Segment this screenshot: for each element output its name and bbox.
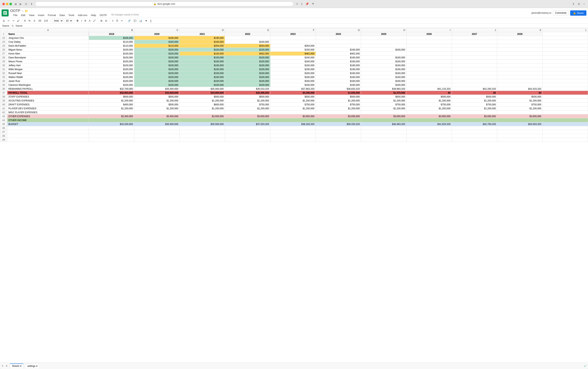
cell-value[interactable]: $35,500,000: [180, 122, 225, 126]
sidebar-toggle[interactable]: ⊟: [24, 2, 28, 6]
cell-value[interactable]: [270, 138, 315, 142]
cell-value[interactable]: [89, 138, 134, 142]
cell-value[interactable]: $1,470,000: [361, 91, 406, 95]
refresh-button[interactable]: ↺: [295, 2, 299, 6]
cell-value[interactable]: $160,000: [316, 56, 361, 60]
cell-value[interactable]: $3,650,000: [225, 114, 270, 118]
cell-value[interactable]: [316, 118, 361, 122]
downloads-button[interactable]: ⬇: [30, 2, 33, 6]
cell-value[interactable]: [316, 130, 361, 134]
cell-value[interactable]: $160,000: [270, 63, 315, 67]
cell-value[interactable]: $37,683,333: [270, 87, 315, 91]
cell-value[interactable]: $1,200,000: [134, 107, 179, 110]
cell-empty[interactable]: [543, 40, 588, 44]
cell-value[interactable]: $500,000: [134, 95, 179, 99]
font-selector[interactable]: Arial: [52, 19, 63, 23]
col-header-D[interactable]: D: [180, 28, 225, 32]
cell-value[interactable]: $1,200,000: [316, 99, 361, 103]
share-browser-button[interactable]: ⬆: [572, 2, 576, 6]
cell-name[interactable]: [7, 138, 89, 142]
menu-format[interactable]: Format: [46, 13, 57, 17]
cell-value[interactable]: $32,700,000: [89, 87, 134, 91]
cell-value[interactable]: [452, 134, 497, 138]
info-button[interactable]: ℹ: [301, 2, 303, 6]
cell-value[interactable]: [452, 75, 497, 79]
cell-value[interactable]: $462,000: [270, 52, 315, 56]
flag-button[interactable]: ⚑: [311, 2, 315, 6]
cell-value[interactable]: $110,000: [134, 44, 179, 48]
cell-value[interactable]: $190,000: [361, 67, 406, 71]
cell-name[interactable]: Miguel Abreu: [7, 48, 89, 52]
cell-value[interactable]: [270, 40, 315, 44]
cell-value[interactable]: $100,000: [134, 75, 179, 79]
cell-value[interactable]: [316, 36, 361, 40]
cell-value[interactable]: [270, 130, 315, 134]
menu-addons[interactable]: Add-ons: [76, 13, 89, 17]
insert-link-button[interactable]: 🔗: [127, 19, 132, 23]
cell-value[interactable]: $3,650,000: [316, 114, 361, 118]
cell-value[interactable]: [316, 44, 361, 48]
increase-decimal-button[interactable]: .00: [37, 19, 42, 23]
cell-value[interactable]: $100,000: [225, 48, 270, 52]
cell-value[interactable]: $100,000: [225, 83, 270, 87]
maximize-button[interactable]: [10, 3, 12, 5]
cell-value[interactable]: [452, 63, 497, 67]
cell-value[interactable]: $100,000: [134, 79, 179, 83]
cell-empty[interactable]: [543, 95, 588, 99]
cell-value[interactable]: $33,200,000: [89, 122, 134, 126]
cell-empty[interactable]: [543, 130, 588, 134]
cell-value[interactable]: $1,932,000: [316, 91, 361, 95]
cell-value[interactable]: $100,000: [89, 60, 134, 63]
col-header-J[interactable]: J: [452, 28, 497, 32]
cell-value[interactable]: $1,200,000: [361, 107, 406, 110]
cell-value[interactable]: $100,000: [225, 71, 270, 75]
cell-value[interactable]: [134, 134, 179, 138]
cell-value[interactable]: [452, 126, 497, 130]
cell-value[interactable]: $160,000: [270, 75, 315, 79]
borders-button[interactable]: ⊞: [99, 19, 103, 23]
back-button[interactable]: ◀: [13, 2, 17, 6]
cell-empty[interactable]: [543, 114, 588, 118]
cell-value[interactable]: $750,000: [452, 103, 497, 107]
cell-value[interactable]: [497, 134, 543, 138]
redo-button[interactable]: ↪: [11, 19, 15, 23]
print-button[interactable]: 🖨: [1, 19, 6, 23]
cell-empty[interactable]: [543, 48, 588, 52]
cell-value[interactable]: [406, 138, 452, 142]
cell-value[interactable]: $110,000: [89, 40, 134, 44]
cell-value[interactable]: [406, 75, 452, 79]
cell-value[interactable]: [361, 110, 406, 114]
cell-name[interactable]: PLAYER DEV EXPENSES: [7, 107, 89, 110]
address-bar[interactable]: 🔒 docs.google.com: [35, 1, 294, 6]
col-header-I[interactable]: I: [406, 28, 452, 32]
cell-value[interactable]: [406, 79, 452, 83]
cell-value[interactable]: $100,000: [180, 83, 225, 87]
cell-name[interactable]: Willis Morgan: [7, 67, 89, 71]
cell-value[interactable]: $100,000: [225, 79, 270, 83]
star-icon[interactable]: ☆: [21, 10, 24, 12]
cell-empty[interactable]: [543, 52, 588, 56]
cell-value[interactable]: $100,000: [134, 48, 179, 52]
cell-value[interactable]: $100,000: [89, 56, 134, 60]
cell-value[interactable]: [497, 83, 543, 87]
cell-value[interactable]: [89, 126, 134, 130]
cell-value[interactable]: $110,000: [89, 44, 134, 48]
cell-value[interactable]: $166,000: [89, 36, 134, 40]
cell-value[interactable]: [270, 36, 315, 40]
cell-value[interactable]: $462,000: [316, 52, 361, 56]
cell-value[interactable]: $3,400,000: [134, 114, 179, 118]
cell-value[interactable]: $1,200,000: [225, 107, 270, 110]
cell-empty[interactable]: [543, 118, 588, 122]
cell-value[interactable]: [270, 134, 315, 138]
cell-value[interactable]: $100,000: [180, 60, 225, 63]
insert-chart-button[interactable]: 📊: [138, 19, 143, 23]
cell-value[interactable]: $1,200,000: [89, 99, 134, 103]
cell-value[interactable]: $160,000: [361, 79, 406, 83]
font-size-selector[interactable]: 10: [64, 19, 73, 23]
cell-value[interactable]: [497, 75, 543, 79]
comments-button[interactable]: Comments: [553, 10, 568, 15]
cell-value[interactable]: $160,000: [270, 71, 315, 75]
forward-button[interactable]: ▶: [19, 2, 22, 6]
cell-value[interactable]: $160,000: [316, 60, 361, 63]
col-header-C[interactable]: C: [134, 28, 179, 32]
